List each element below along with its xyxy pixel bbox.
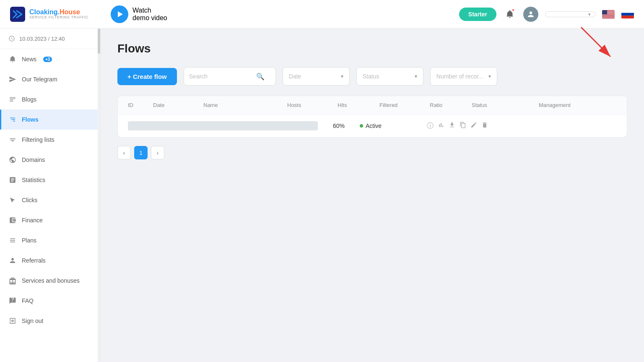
- col-hosts: Hosts: [287, 102, 338, 108]
- brand-subtitle: Service Filtering Traffic: [29, 16, 88, 20]
- sidebar-label-signout: Sign out: [22, 318, 43, 324]
- faq-icon: [8, 297, 17, 305]
- sidebar-item-plans[interactable]: Plans: [0, 230, 100, 250]
- svg-rect-15: [621, 10, 634, 13]
- user-name-dropdown[interactable]: [545, 11, 595, 17]
- demo-label: demo video: [132, 14, 167, 22]
- notification-badge: [512, 8, 515, 12]
- news-badge: +3: [43, 57, 52, 62]
- user-avatar[interactable]: [523, 7, 538, 22]
- topbar-middle: Watch demo video: [111, 5, 459, 23]
- toolbar: + Create flow 🔍 Date ▾ Status ▾ Number o…: [117, 67, 627, 86]
- date-filter[interactable]: Date ▾: [283, 67, 350, 86]
- row-name-bar: [128, 121, 318, 130]
- sidebar-label-finance: Finance: [22, 217, 43, 224]
- records-filter[interactable]: Number of recor... ▾: [430, 67, 497, 86]
- sidebar-item-faq[interactable]: FAQ: [0, 291, 100, 311]
- chevron-down-icon: ▾: [488, 73, 491, 79]
- ru-flag[interactable]: [621, 10, 634, 18]
- next-page-button[interactable]: ›: [151, 146, 164, 159]
- svg-rect-14: [602, 10, 607, 15]
- status-dot-active: [360, 124, 363, 128]
- main-content: Flows + Create flow 🔍 Date ▾ Status ▾ Nu…: [101, 29, 644, 362]
- bell-icon: [8, 55, 17, 63]
- sidebar-item-services[interactable]: Services and bonuses: [0, 271, 100, 291]
- sidebar-item-filtering[interactable]: Filtering lists: [0, 130, 100, 150]
- search-icon: 🔍: [256, 73, 265, 81]
- us-flag[interactable]: [602, 10, 615, 18]
- send-icon: [8, 75, 17, 83]
- chevron-down-icon: ▾: [415, 73, 417, 79]
- play-circle: [111, 5, 128, 23]
- filter-icon: [8, 135, 17, 144]
- page-title: Flows: [117, 42, 627, 55]
- sidebar-label-plans: Plans: [22, 237, 36, 244]
- table-header: ID Date Name Hosts Hits Filtered Ratio S…: [118, 96, 627, 115]
- starter-button[interactable]: Starter: [459, 8, 496, 21]
- info-icon[interactable]: ⓘ: [427, 122, 434, 130]
- sidebar-item-statistics[interactable]: Statistics: [0, 170, 100, 190]
- main-layout: 10.03.2023 / 12:40 News +3 Our Telegram …: [0, 29, 644, 362]
- search-input[interactable]: [189, 73, 256, 80]
- page-1-button[interactable]: 1: [134, 146, 148, 159]
- row-management: ⓘ: [427, 122, 617, 130]
- sidebar-item-blogs[interactable]: Blogs: [0, 89, 100, 109]
- topbar: Cloaking.House Service Filtering Traffic…: [0, 0, 644, 29]
- datetime-display: 10.03.2023 / 12:40: [0, 29, 100, 49]
- row-status: Active: [360, 122, 427, 129]
- domain-icon: [8, 156, 17, 164]
- col-management: Management: [539, 102, 617, 108]
- prev-page-button[interactable]: ‹: [117, 146, 131, 159]
- search-box: 🔍: [184, 67, 276, 86]
- sidebar-scrollbar-thumb[interactable]: [98, 29, 100, 54]
- sidebar-item-signout[interactable]: Sign out: [0, 311, 100, 331]
- sidebar-scrollbar-track: [98, 29, 100, 362]
- col-status: Status: [472, 102, 539, 108]
- svg-rect-16: [621, 13, 634, 16]
- sidebar-item-news[interactable]: News +3: [0, 49, 100, 69]
- col-hits: Hits: [338, 102, 379, 108]
- copy-icon[interactable]: [460, 122, 466, 130]
- col-filtered: Filtered: [379, 102, 430, 108]
- chart-icon[interactable]: [438, 122, 444, 130]
- signout-icon: [8, 317, 17, 325]
- svg-rect-9: [602, 15, 615, 16]
- col-ratio: Ratio: [430, 102, 472, 108]
- svg-rect-17: [621, 16, 634, 18]
- flow-icon: [8, 115, 17, 124]
- notification-button[interactable]: [503, 8, 517, 21]
- status-filter[interactable]: Status ▾: [356, 67, 423, 86]
- sidebar-item-clicks[interactable]: Clicks: [0, 190, 100, 210]
- download-icon[interactable]: [449, 122, 455, 130]
- sidebar-label-services: Services and bonuses: [22, 277, 80, 284]
- svg-rect-11: [602, 16, 615, 17]
- col-date: Date: [153, 102, 203, 108]
- sidebar-item-finance[interactable]: Finance: [0, 210, 100, 230]
- demo-video-button[interactable]: Watch demo video: [111, 5, 167, 23]
- date-filter-label: Date: [289, 73, 301, 80]
- gift-icon: [8, 276, 17, 285]
- sidebar-label-blogs: Blogs: [22, 96, 36, 103]
- svg-rect-0: [10, 7, 25, 22]
- sidebar-item-telegram[interactable]: Our Telegram: [0, 69, 100, 89]
- sidebar: 10.03.2023 / 12:40 News +3 Our Telegram …: [0, 29, 101, 362]
- logo-text: Cloaking.House Service Filtering Traffic: [29, 8, 88, 20]
- status-label: Active: [366, 122, 382, 129]
- sidebar-item-domains[interactable]: Domains: [0, 150, 100, 170]
- svg-rect-13: [602, 18, 615, 18]
- table-row: 60% Active ⓘ: [118, 115, 627, 137]
- finance-icon: [8, 216, 17, 224]
- flows-table: ID Date Name Hosts Hits Filtered Ratio S…: [117, 96, 627, 138]
- blog-icon: [8, 95, 17, 104]
- delete-icon[interactable]: [481, 122, 488, 130]
- sidebar-item-referrals[interactable]: Referrals: [0, 250, 100, 271]
- play-icon: [118, 11, 123, 17]
- sidebar-label-referrals: Referrals: [22, 257, 46, 264]
- svg-rect-8: [602, 14, 615, 15]
- edit-icon[interactable]: [470, 122, 477, 130]
- create-flow-button[interactable]: + Create flow: [117, 68, 177, 85]
- logo-area: Cloaking.House Service Filtering Traffic: [10, 7, 111, 22]
- sidebar-label-telegram: Our Telegram: [22, 76, 57, 83]
- sidebar-item-flows[interactable]: Flows: [0, 109, 100, 130]
- logo-icon: [10, 7, 25, 22]
